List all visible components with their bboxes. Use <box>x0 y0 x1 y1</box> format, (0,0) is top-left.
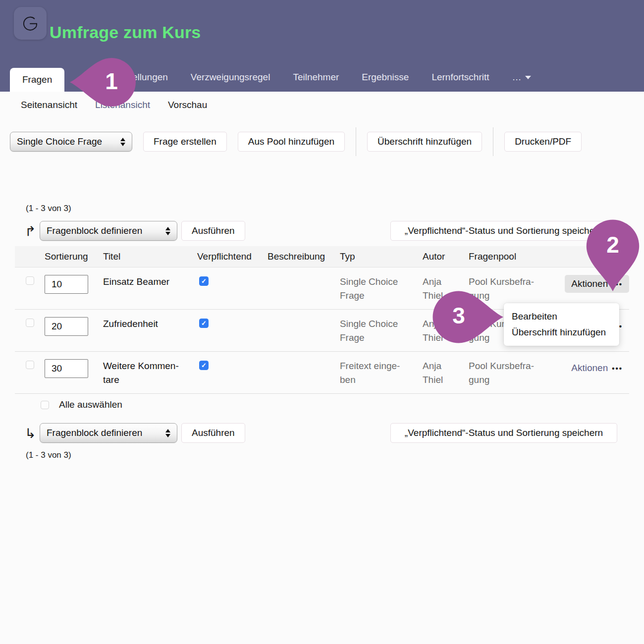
tab-verzweigungsregel[interactable]: Verzweigungsregel <box>179 63 282 92</box>
apply-up-arrow-icon: ↱ <box>25 223 40 239</box>
subnav-vorschau[interactable]: Vorschau <box>168 100 207 114</box>
select-all-checkbox[interactable] <box>41 401 49 409</box>
batch-action-select-bottom[interactable]: Fragenblock definieren <box>40 423 177 443</box>
typ-cell: Single Choice Frage <box>340 317 423 345</box>
sort-input[interactable] <box>45 359 88 378</box>
col-header-titel: Titel <box>103 251 197 262</box>
tab-overflow[interactable]: … <box>501 63 542 92</box>
typ-cell: Single Choice Frage <box>340 275 423 303</box>
col-header-verpflichtend: Verpflichtend <box>197 251 268 262</box>
sort-input[interactable] <box>45 317 88 336</box>
print-pdf-button[interactable]: Drucken/PDF <box>504 132 582 152</box>
annotation-pin-3 <box>429 280 503 354</box>
save-status-button-bottom[interactable]: „Verpflichtend“-Status und Sortierung sp… <box>390 423 617 443</box>
create-question-button[interactable]: Frage erstellen <box>143 132 227 152</box>
select-arrows-icon <box>120 138 125 146</box>
aktionen-button-row-3[interactable]: Aktionen ••• <box>565 359 629 377</box>
verpflichtend-checkbox-checked[interactable] <box>199 276 209 286</box>
execute-button-top[interactable]: Ausführen <box>181 221 245 241</box>
execute-button-bottom[interactable]: Ausführen <box>181 423 245 443</box>
row-select-checkbox[interactable] <box>26 319 34 327</box>
app-logo[interactable] <box>14 7 47 40</box>
annotation-number-1: 1 <box>105 68 118 95</box>
aktionen-dropdown-menu: Bearbeiten Überschrift hinzufügen <box>504 303 619 346</box>
menu-item-ueberschrift-hinzufuegen[interactable]: Überschrift hinzufügen <box>504 324 619 340</box>
col-header-sortierung: Sortierung <box>45 251 103 262</box>
batch-action-select-bottom-value: Fragenblock definieren <box>47 428 142 438</box>
batch-action-select-top[interactable]: Fragenblock definieren <box>40 221 177 241</box>
tab-teilnehmer[interactable]: Teilnehmer <box>281 63 350 92</box>
typ-cell: Freitext einge- ben <box>340 359 423 387</box>
autor-cell: Anja Thiel <box>423 359 469 387</box>
result-count-bottom: (1 - 3 von 3) <box>0 450 644 460</box>
table-row: Weitere Kommen- tare Freitext einge- ben… <box>15 352 629 394</box>
select-all-row: Alle auswählen <box>15 394 629 416</box>
add-from-pool-button[interactable]: Aus Pool hinzufügen <box>238 132 345 152</box>
col-header-typ: Typ <box>340 251 423 262</box>
question-title: Einsatz Beamer <box>103 275 197 289</box>
verpflichtend-checkbox-checked[interactable] <box>199 319 209 328</box>
col-header-autor: Autor <box>423 251 469 262</box>
ellipsis-icon: ••• <box>612 364 623 373</box>
tab-overflow-label: … <box>512 63 522 92</box>
table-header-row: Sortierung Titel Verpflichtend Beschreib… <box>15 246 629 268</box>
batch-row-bottom: ↳ Fragenblock definieren Ausführen „Verp… <box>0 423 644 443</box>
toolbar-divider <box>356 127 356 156</box>
chevron-down-icon <box>525 76 531 79</box>
circle-g-logo-icon <box>19 12 41 34</box>
add-heading-button[interactable]: Überschrift hinzufügen <box>367 132 482 152</box>
tab-fragen[interactable]: Fragen <box>10 68 64 92</box>
batch-row-top: ↱ Fragenblock definieren Ausführen „Verp… <box>0 220 644 241</box>
subnav-seitenansicht[interactable]: Seitenansicht <box>21 100 77 114</box>
question-title: Zufriedenheit <box>103 317 197 331</box>
question-type-select[interactable]: Single Choice Frage <box>10 132 132 152</box>
toolbar-divider <box>493 127 493 156</box>
annotation-number-2: 2 <box>606 231 619 258</box>
select-all-label: Alle auswählen <box>59 399 122 410</box>
apply-down-arrow-icon: ↳ <box>25 426 40 441</box>
result-count-top: (1 - 3 von 3) <box>0 204 644 214</box>
question-title: Weitere Kommen- tare <box>103 359 197 387</box>
row-select-checkbox[interactable] <box>26 361 34 369</box>
question-toolbar: Single Choice Frage Frage erstellen Aus … <box>0 131 644 152</box>
tab-ergebnisse[interactable]: Ergebnisse <box>350 63 420 92</box>
sort-input[interactable] <box>45 275 88 294</box>
select-arrows-icon <box>165 429 170 437</box>
fragenpool-cell: Pool Kursbefra- gung <box>469 359 555 387</box>
col-header-beschreibung: Beschreibung <box>268 251 340 262</box>
page-title: Umfrage zum Kurs <box>50 23 201 42</box>
verpflichtend-checkbox-checked[interactable] <box>199 361 209 370</box>
batch-action-select-top-value: Fragenblock definieren <box>47 225 142 236</box>
question-type-select-value: Single Choice Frage <box>17 136 102 147</box>
row-select-checkbox[interactable] <box>26 276 34 285</box>
annotation-number-3: 3 <box>452 302 465 329</box>
menu-item-bearbeiten[interactable]: Bearbeiten <box>504 309 619 324</box>
tab-lernfortschritt[interactable]: Lernfortschritt <box>420 63 500 92</box>
select-arrows-icon <box>165 227 170 235</box>
aktionen-label: Aktionen <box>571 363 608 374</box>
annotation-pin-1 <box>70 48 139 117</box>
col-header-fragenpool: Fragenpool <box>469 251 555 262</box>
